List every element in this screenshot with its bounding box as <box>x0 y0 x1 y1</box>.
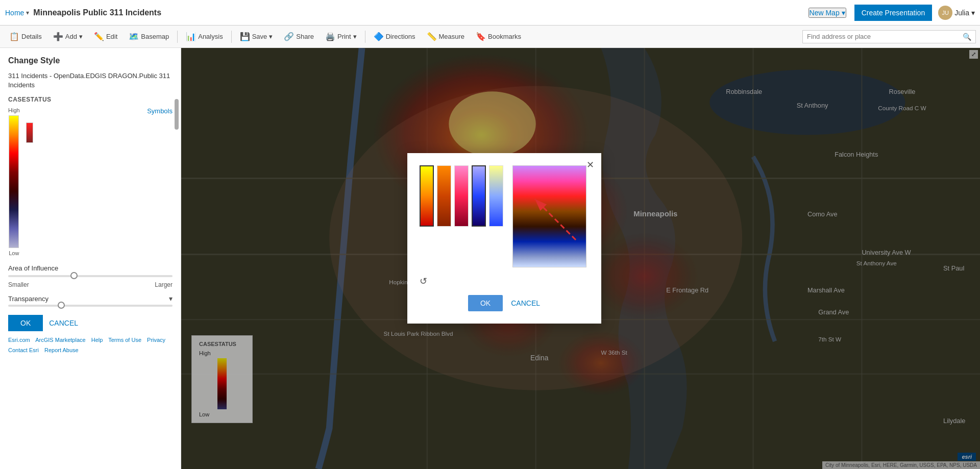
footer-marketplace-link[interactable]: ArcGIS Marketplace <box>35 337 85 343</box>
home-link[interactable]: Home <box>5 9 24 17</box>
main-layout: Change Style 311 Incidents - OpenData.ED… <box>0 48 980 469</box>
cancel-button[interactable]: CANCEL <box>49 319 78 327</box>
map-title: Minneapolis Public 311 Incidents <box>33 8 161 17</box>
swatch-ramp-blue-purple[interactable] <box>472 165 486 227</box>
basemap-icon: 🗺️ <box>129 32 139 41</box>
swatch-ramp-yellow-red[interactable] <box>420 165 434 227</box>
ramp-high-label: High <box>8 107 20 113</box>
panel-scroll-handle[interactable] <box>175 99 179 130</box>
footer-contact-link[interactable]: Contact Esri <box>8 347 39 353</box>
create-presentation-button[interactable]: Create Presentation <box>854 5 933 21</box>
search-input[interactable] <box>807 33 963 40</box>
add-button[interactable]: ➕ Add ▾ <box>48 30 88 43</box>
refresh-row: ↺ <box>420 276 589 287</box>
transparency-label: Transparency <box>8 295 48 303</box>
modal-close-button[interactable]: ✕ <box>586 159 594 170</box>
panel-title: Change Style <box>8 56 173 65</box>
print-icon: 🖨️ <box>325 32 335 41</box>
basemap-button[interactable]: 🗺️ Basemap <box>124 30 174 43</box>
modal-bottom-row: OK CANCEL <box>420 295 589 311</box>
symbols-link[interactable]: Symbols <box>147 107 173 115</box>
bookmarks-button[interactable]: 🔖 Bookmarks <box>471 30 526 43</box>
footer-esri-link[interactable]: Esri.com <box>8 337 30 343</box>
toolbar: 📋 Details ➕ Add ▾ ✏️ Edit 🗺️ Basemap 📊 A… <box>0 26 980 48</box>
footer-help-link[interactable]: Help <box>91 337 103 343</box>
panel-bottom-buttons: OK CANCEL <box>8 315 173 331</box>
measure-button[interactable]: 📏 Measure <box>422 30 470 43</box>
separator-3 <box>365 31 365 43</box>
swatch-ramp-pink-red[interactable] <box>454 165 469 227</box>
area-of-influence-labels: Smaller Larger <box>8 281 173 288</box>
slider-smaller-label: Smaller <box>8 281 29 288</box>
save-button[interactable]: 💾 Save ▾ <box>235 30 278 43</box>
swatch-column-1 <box>420 165 434 227</box>
footer-terms-link[interactable]: Terms of Use <box>108 337 141 343</box>
add-icon: ➕ <box>53 32 63 41</box>
edit-icon: ✏️ <box>94 32 104 41</box>
search-box[interactable]: 🔍 <box>802 30 976 43</box>
transparency-slider[interactable] <box>8 305 173 307</box>
print-button[interactable]: 🖨️ Print ▾ <box>320 30 362 43</box>
color-gradient-picker[interactable] <box>512 165 586 267</box>
analysis-button[interactable]: 📊 Analysis <box>181 30 228 43</box>
swatch-column-5 <box>489 165 503 227</box>
swatch-column-2 <box>437 165 451 227</box>
swatch-column-4 <box>472 165 486 227</box>
separator-1 <box>177 31 178 43</box>
measure-icon: 📏 <box>427 32 437 41</box>
avatar: JU <box>938 6 952 20</box>
panel-footer: Esri.com ArcGIS Marketplace Help Terms o… <box>8 335 173 356</box>
color-ramp-bar[interactable] <box>9 115 19 248</box>
color-ramp-container: High Low Symbols <box>8 107 173 256</box>
transparency-row: Transparency ▾ <box>8 294 173 303</box>
ramp-low-label: Low <box>9 250 19 256</box>
footer-privacy-link[interactable]: Privacy <box>147 337 165 343</box>
slider-larger-label: Larger <box>155 281 173 288</box>
save-icon: 💾 <box>240 32 250 41</box>
modal-ok-button[interactable]: OK <box>468 295 503 311</box>
area-of-influence-slider[interactable] <box>8 275 173 277</box>
modal-overlay: ✕ <box>181 48 980 469</box>
directions-icon: 🔷 <box>374 32 384 41</box>
new-map-button[interactable]: New Map ▾ <box>808 8 846 18</box>
analysis-icon: 📊 <box>186 32 196 41</box>
user-menu[interactable]: JU Julia ▾ <box>938 6 975 20</box>
details-icon: 📋 <box>9 32 19 41</box>
color-picker-modal: ✕ <box>407 153 601 324</box>
top-navigation: Home ▾ Minneapolis Public 311 Incidents … <box>0 0 980 26</box>
color-ramp-small <box>26 122 33 143</box>
refresh-icon[interactable]: ↺ <box>420 276 427 286</box>
panel-subtitle: 311 Incidents - OpenData.EDGIS DRAGON.Pu… <box>8 71 173 90</box>
share-button[interactable]: 🔗 Share <box>279 30 319 43</box>
footer-report-link[interactable]: Report Abuse <box>44 347 79 353</box>
area-of-influence-label: Area of Influence <box>8 264 173 272</box>
map-area: Robbinsdale St Anthony Roseville County … <box>181 48 980 469</box>
modal-cancel-button[interactable]: CANCEL <box>511 299 540 307</box>
area-of-influence-thumb[interactable] <box>70 272 78 279</box>
color-swatches-grid <box>420 165 589 267</box>
search-icon[interactable]: 🔍 <box>963 33 971 41</box>
home-dropdown-arrow[interactable]: ▾ <box>26 9 29 16</box>
swatch-ramp-yellow-blue[interactable] <box>489 165 503 227</box>
directions-button[interactable]: 🔷 Directions <box>369 30 421 43</box>
bookmarks-icon: 🔖 <box>476 32 486 41</box>
separator-2 <box>231 31 232 43</box>
ok-button[interactable]: OK <box>8 315 43 331</box>
edit-button[interactable]: ✏️ Edit <box>89 30 122 43</box>
swatch-ramp-orange-dark[interactable] <box>437 165 451 227</box>
transparency-chevron[interactable]: ▾ <box>169 294 173 303</box>
swatch-column-3 <box>454 165 469 227</box>
transparency-section: Transparency ▾ <box>8 294 173 307</box>
share-icon: 🔗 <box>284 32 294 41</box>
panel-section-label: CASESTATUS <box>8 96 173 103</box>
left-panel: Change Style 311 Incidents - OpenData.ED… <box>0 48 181 469</box>
transparency-thumb[interactable] <box>58 302 65 309</box>
details-button[interactable]: 📋 Details <box>4 30 47 43</box>
area-of-influence-section: Area of Influence Smaller Larger <box>8 264 173 288</box>
